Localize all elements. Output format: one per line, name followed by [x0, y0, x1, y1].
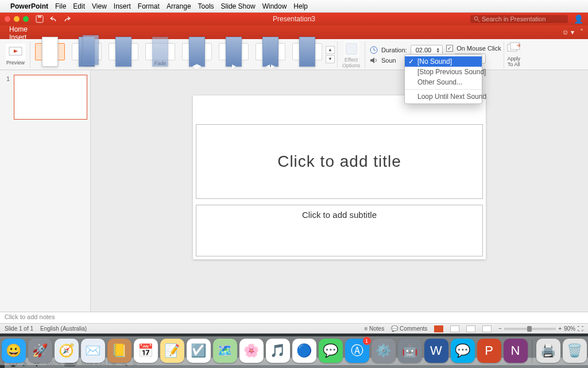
dock-mail[interactable]: ✉️: [81, 339, 105, 363]
svg-rect-7: [38, 16, 41, 18]
normal-view-btn[interactable]: [434, 325, 443, 332]
dock-appstore[interactable]: Ⓐ1: [345, 339, 369, 363]
dock-powerpoint[interactable]: P: [477, 339, 501, 363]
gallery-scroll[interactable]: ▲▼: [326, 43, 335, 66]
onmouse-label: On Mouse Click: [457, 45, 501, 52]
effect-options-label: Effect Options: [342, 57, 360, 68]
dock-safari[interactable]: 🧭: [55, 339, 79, 363]
menu-format[interactable]: Format: [138, 2, 160, 10]
slide-thumbnails[interactable]: 1: [0, 70, 91, 312]
dock-word[interactable]: W: [424, 339, 448, 363]
redo-icon[interactable]: [63, 16, 71, 22]
sorter-view-btn[interactable]: [450, 325, 459, 332]
transition-split[interactable]: ◀ ▶Split: [253, 43, 288, 66]
language-status[interactable]: English (Australia): [40, 325, 87, 332]
effect-options-button[interactable]: Effect Options: [342, 41, 360, 68]
transition-morph[interactable]: Morph: [69, 43, 104, 66]
titlebar: Presentation3 Search in Presentation 👤: [0, 13, 588, 25]
dock: 😀🚀🧭✉️📒📅📝☑️🗺️🌸🎵🔵💬Ⓐ1⚙️🤖W💬PN🖨️🗑️: [0, 334, 588, 368]
menu-view[interactable]: View: [92, 2, 107, 10]
transition-push[interactable]: ◀▶Push: [180, 43, 214, 66]
title-placeholder[interactable]: Click to add title: [196, 124, 483, 199]
powerpoint-window: Presentation3 Search in Presentation 👤 H…: [0, 13, 588, 334]
dock-contacts[interactable]: 📒: [107, 339, 131, 363]
menu-help[interactable]: Help: [293, 2, 308, 10]
menu-slide-show[interactable]: Slide Show: [221, 2, 256, 10]
close-window[interactable]: [5, 16, 10, 22]
dock-notes[interactable]: 📝: [160, 339, 184, 363]
document-title: Presentation3: [273, 15, 315, 23]
share-icon[interactable]: 👤: [574, 14, 583, 24]
slideshow-view-btn[interactable]: [482, 325, 492, 332]
comments-toggle[interactable]: 💬 Comments: [391, 325, 427, 332]
slide-position: Slide 1 of 1: [5, 325, 33, 332]
dock-automator[interactable]: 🤖: [398, 339, 422, 363]
minimize-window[interactable]: [14, 16, 20, 22]
menu-edit[interactable]: Edit: [73, 2, 85, 10]
dock-onenote[interactable]: N: [504, 339, 528, 363]
dock-printer[interactable]: 🖨️: [536, 339, 560, 363]
dock-maps[interactable]: 🗺️: [213, 339, 237, 363]
menu-tools[interactable]: Tools: [198, 2, 214, 10]
zoom-value: 90%: [564, 325, 575, 332]
preview-label: Preview: [6, 60, 25, 66]
dock-finder[interactable]: 😀: [2, 339, 26, 363]
dock-calendar[interactable]: 📅: [134, 339, 158, 363]
apply-label: Apply To All: [508, 56, 521, 67]
menu-insert[interactable]: Insert: [114, 2, 131, 10]
dock-trash[interactable]: 🗑️: [563, 339, 587, 363]
speaker-icon: [370, 57, 378, 64]
sound-opt-loop[interactable]: Loop Until Next Sound: [405, 91, 482, 102]
notes-pane[interactable]: Click to add notes: [0, 312, 588, 323]
tab-home[interactable]: Home: [2, 25, 51, 33]
dock-inner: 😀🚀🧭✉️📒📅📝☑️🗺️🌸🎵🔵💬Ⓐ1⚙️🤖W💬PN🖨️🗑️: [0, 336, 588, 365]
dock-launchpad[interactable]: 🚀: [28, 339, 52, 363]
quick-access-toolbar: [36, 15, 71, 23]
onmouse-checkbox[interactable]: ✓: [446, 45, 453, 52]
transition-none[interactable]: None: [33, 43, 67, 66]
dock-photos[interactable]: 🌸: [239, 339, 264, 363]
slide-canvas[interactable]: Click to add title Click to add subtitle: [193, 95, 486, 259]
collapse-ribbon-icon[interactable]: ˄: [580, 28, 583, 36]
sound-opt-nosound[interactable]: [No Sound]: [405, 56, 482, 67]
ribbon: Preview NoneMorphCutFade◀▶Push▶Wipe◀ ▶Sp…: [0, 39, 588, 70]
svg-rect-15: [510, 43, 520, 49]
transition-fade[interactable]: Fade: [143, 43, 177, 66]
slide-thumb-1[interactable]: 1: [14, 75, 87, 120]
status-bar: Slide 1 of 1 English (Australia) ≡ Notes…: [0, 323, 588, 334]
sound-opt-other[interactable]: Other Sound...: [405, 77, 482, 87]
transition-cut[interactable]: Cut: [106, 43, 141, 66]
transitions-gallery[interactable]: NoneMorphCutFade◀▶Push▶Wipe◀ ▶SplitRevea…: [33, 43, 324, 66]
svg-point-8: [474, 17, 478, 20]
sound-opt-stop[interactable]: [Stop Previous Sound]: [405, 67, 482, 77]
apply-to-all-button[interactable]: Apply To All: [506, 42, 521, 67]
sound-dropdown[interactable]: [No Sound] [Stop Previous Sound] Other S…: [404, 54, 482, 104]
reading-view-btn[interactable]: [466, 325, 475, 332]
dock-chrome[interactable]: 🔵: [292, 339, 316, 363]
fit-to-window-icon[interactable]: ⛶: [578, 325, 583, 332]
zoom-control[interactable]: − + 90% ⛶: [498, 325, 583, 332]
preview-button[interactable]: Preview: [6, 44, 25, 66]
mac-menubar: PowerPoint FileEditViewInsertFormatArran…: [0, 0, 588, 13]
transition-wipe[interactable]: ▶Wipe: [216, 43, 251, 66]
undo-icon[interactable]: [49, 16, 57, 22]
subtitle-placeholder[interactable]: Click to add subtitle: [196, 205, 483, 256]
dock-reminders[interactable]: ☑️: [187, 339, 211, 363]
app-name[interactable]: PowerPoint: [10, 2, 48, 10]
slide-stage[interactable]: Click to add title Click to add subtitle: [91, 70, 588, 312]
dock-sysprefs[interactable]: ⚙️: [372, 339, 396, 363]
menu-file[interactable]: File: [55, 2, 66, 10]
menu-arrange[interactable]: Arrange: [167, 2, 191, 10]
dock-skype[interactable]: 💬: [451, 339, 475, 363]
fullscreen-window[interactable]: [23, 16, 29, 22]
svg-line-9: [478, 20, 479, 22]
dock-itunes[interactable]: 🎵: [266, 339, 290, 363]
save-icon[interactable]: [36, 15, 44, 23]
notes-toggle[interactable]: ≡ Notes: [364, 325, 384, 332]
search-placeholder: Search in Presentation: [482, 16, 546, 22]
smiley-icon[interactable]: ☺ ▾: [562, 28, 574, 36]
dock-messages[interactable]: 💬: [319, 339, 343, 363]
menu-window[interactable]: Window: [262, 2, 287, 10]
search-field[interactable]: Search in Presentation: [470, 15, 568, 23]
transition-reveal[interactable]: Reveal: [290, 43, 324, 66]
